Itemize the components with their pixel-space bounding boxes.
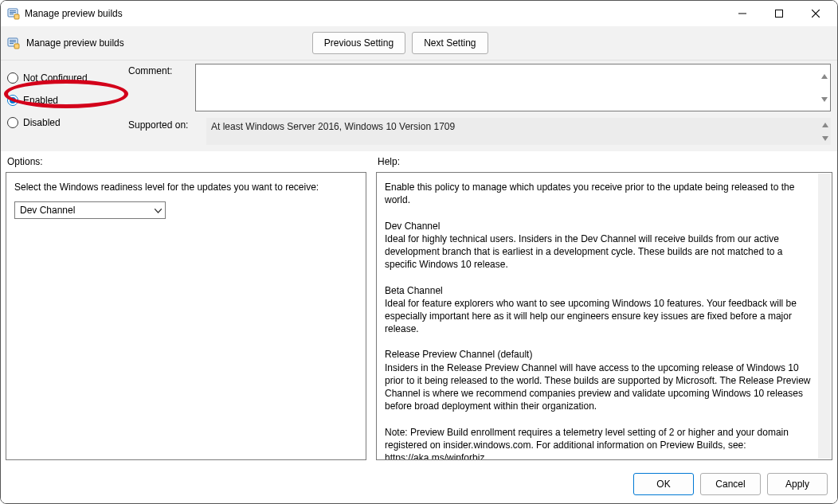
policy-name-label: Manage preview builds — [26, 37, 124, 49]
options-pane: Options: Select the Windows readiness le… — [1, 151, 371, 465]
svg-marker-14 — [821, 74, 828, 79]
radio-not-configured[interactable]: Not Configured — [7, 67, 119, 89]
dialog-footer: OK Cancel Apply — [1, 465, 837, 503]
window-title: Manage preview builds — [25, 8, 724, 19]
svg-rect-6 — [776, 10, 783, 18]
comment-textarea[interactable] — [195, 64, 831, 111]
config-area: Not Configured Enabled Disabled Comment: — [1, 61, 837, 151]
gpedit-policy-icon — [7, 37, 20, 49]
radio-icon — [7, 117, 18, 128]
state-radio-group: Not Configured Enabled Disabled — [7, 64, 119, 145]
radio-icon — [7, 95, 18, 106]
svg-marker-15 — [821, 97, 828, 102]
split-area: Options: Select the Windows readiness le… — [1, 151, 837, 465]
svg-rect-13 — [14, 44, 19, 49]
radio-icon — [7, 72, 18, 84]
svg-marker-17 — [822, 136, 828, 141]
help-pane: Help: Enable this policy to manage which… — [371, 151, 837, 465]
svg-rect-4 — [14, 14, 19, 19]
apply-button[interactable]: Apply — [767, 473, 828, 495]
supported-on-value: At least Windows Server 2016, Windows 10… — [211, 121, 455, 132]
help-heading-rp: Release Preview Channel (default) — [385, 348, 814, 361]
previous-setting-button[interactable]: Previous Setting — [312, 32, 405, 54]
combo-selected-value: Dev Channel — [20, 204, 75, 217]
scroll-up-icon[interactable] — [818, 64, 830, 88]
titlebar: Manage preview builds — [1, 1, 837, 26]
radio-enabled[interactable]: Enabled — [7, 89, 119, 111]
help-text: Insiders in the Release Preview Channel … — [385, 361, 814, 413]
comment-label: Comment: — [128, 64, 189, 111]
close-button[interactable] — [797, 2, 834, 25]
scroll-down-icon[interactable] — [819, 131, 831, 145]
svg-rect-10 — [10, 40, 16, 41]
radio-label: Not Configured — [23, 72, 88, 84]
svg-rect-1 — [10, 10, 16, 11]
gpedit-policy-icon — [7, 7, 20, 20]
subheader: Manage preview builds Previous Setting N… — [1, 26, 837, 61]
radio-disabled[interactable]: Disabled — [7, 111, 119, 134]
next-setting-button[interactable]: Next Setting — [412, 32, 488, 54]
scroll-up-icon[interactable] — [819, 118, 831, 131]
help-text: Note: Preview Build enrollment requires … — [385, 426, 814, 460]
help-text: Ideal for feature explorers who want to … — [385, 297, 814, 336]
radio-label: Disabled — [23, 117, 61, 128]
help-body[interactable]: Enable this policy to manage which updat… — [376, 172, 832, 460]
svg-rect-12 — [10, 43, 14, 44]
svg-rect-2 — [10, 12, 16, 13]
dialog-window: Manage preview builds Manage preview bui… — [0, 0, 838, 504]
scrollbar[interactable] — [818, 174, 831, 459]
help-heading-dev: Dev Channel — [385, 220, 814, 232]
minimize-button[interactable] — [724, 2, 761, 25]
scroll-down-icon[interactable] — [818, 88, 830, 111]
readiness-prompt: Select the Windows readiness level for t… — [14, 181, 354, 193]
maximize-button[interactable] — [761, 2, 797, 25]
options-body: Select the Windows readiness level for t… — [6, 172, 366, 460]
readiness-level-combo[interactable]: Dev Channel — [14, 201, 166, 219]
svg-rect-3 — [10, 14, 14, 14]
help-heading-beta: Beta Channel — [385, 284, 814, 297]
svg-marker-16 — [822, 123, 828, 127]
ok-button[interactable]: OK — [633, 473, 694, 495]
options-header: Options: — [1, 151, 371, 172]
cancel-button[interactable]: Cancel — [700, 473, 761, 495]
radio-label: Enabled — [23, 95, 58, 106]
help-text: Ideal for highly technical users. Inside… — [385, 232, 814, 272]
supported-on-value-box: At least Windows Server 2016, Windows 10… — [206, 118, 831, 145]
supported-on-label: Supported on: — [128, 118, 200, 145]
chevron-down-icon — [155, 204, 162, 217]
help-text: Enable this policy to manage which updat… — [385, 181, 814, 206]
svg-rect-11 — [10, 41, 16, 42]
help-header: Help: — [371, 151, 837, 172]
